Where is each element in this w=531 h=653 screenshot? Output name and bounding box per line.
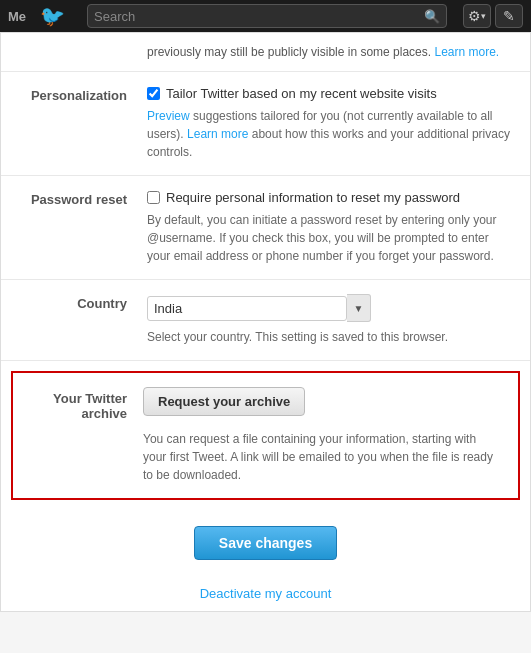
password-reset-description: By default, you can initiate a password … xyxy=(147,211,514,265)
learn-more-link-top[interactable]: Learn more. xyxy=(434,45,499,59)
password-reset-checkbox-label: Require personal information to reset my… xyxy=(166,190,460,205)
deactivate-account-link[interactable]: Deactivate my account xyxy=(200,586,332,601)
preview-link[interactable]: Preview xyxy=(147,109,190,123)
password-reset-checkbox[interactable] xyxy=(147,191,160,204)
request-archive-button[interactable]: Request your archive xyxy=(143,387,305,416)
personalization-checkbox-row: Tailor Twitter based on my recent websit… xyxy=(147,86,514,101)
gear-icon: ⚙ xyxy=(468,8,481,24)
topbar: Me 🐦 🔍 ⚙ ▾ ✎ xyxy=(0,0,531,32)
twitter-archive-content: Request your archive You can request a f… xyxy=(143,387,502,484)
personalization-sub-text: Preview suggestions tailored for you (no… xyxy=(147,107,514,161)
compose-icon: ✎ xyxy=(503,8,515,24)
notice-text-before: previously may still be publicly visible… xyxy=(147,45,431,59)
chevron-down-icon: ▾ xyxy=(481,11,486,21)
save-section: Save changes xyxy=(1,510,530,576)
settings-button[interactable]: ⚙ ▾ xyxy=(463,4,491,28)
country-row: Country India United States United Kingd… xyxy=(1,280,530,361)
password-reset-label: Password reset xyxy=(17,190,147,207)
learn-more-link-personalization[interactable]: Learn more xyxy=(187,127,248,141)
search-input[interactable] xyxy=(94,9,424,24)
password-reset-checkbox-row: Require personal information to reset my… xyxy=(147,190,514,205)
personalization-label: Personalization xyxy=(17,86,147,103)
personalization-checkbox[interactable] xyxy=(147,87,160,100)
notice-text: previously may still be publicly visible… xyxy=(1,33,530,72)
personalization-checkbox-label: Tailor Twitter based on my recent websit… xyxy=(166,86,437,101)
twitter-archive-section: Your Twitter archive Request your archiv… xyxy=(11,371,520,500)
country-select-arrow[interactable]: ▼ xyxy=(347,294,371,322)
deactivate-section: Deactivate my account xyxy=(1,576,530,611)
password-reset-row: Password reset Require personal informat… xyxy=(1,176,530,280)
topbar-icons: ⚙ ▾ ✎ xyxy=(463,4,523,28)
compose-button[interactable]: ✎ xyxy=(495,4,523,28)
twitter-bird-icon: 🐦 xyxy=(40,4,65,28)
country-help-text: Select your country. This setting is sav… xyxy=(147,328,514,346)
country-select-wrap: India United States United Kingdom Austr… xyxy=(147,294,514,322)
search-bar: 🔍 xyxy=(87,4,447,28)
password-reset-content: Require personal information to reset my… xyxy=(147,190,514,265)
main-content: previously may still be publicly visible… xyxy=(0,32,531,612)
country-select[interactable]: India United States United Kingdom Austr… xyxy=(147,296,347,321)
country-label: Country xyxy=(17,294,147,311)
country-content: India United States United Kingdom Austr… xyxy=(147,294,514,346)
save-button[interactable]: Save changes xyxy=(194,526,337,560)
search-icon: 🔍 xyxy=(424,9,440,24)
topbar-me-label: Me xyxy=(8,9,26,24)
personalization-content: Tailor Twitter based on my recent websit… xyxy=(147,86,514,161)
personalization-row: Personalization Tailor Twitter based on … xyxy=(1,72,530,176)
twitter-archive-description: You can request a file containing your i… xyxy=(143,430,502,484)
twitter-archive-label: Your Twitter archive xyxy=(29,387,143,421)
